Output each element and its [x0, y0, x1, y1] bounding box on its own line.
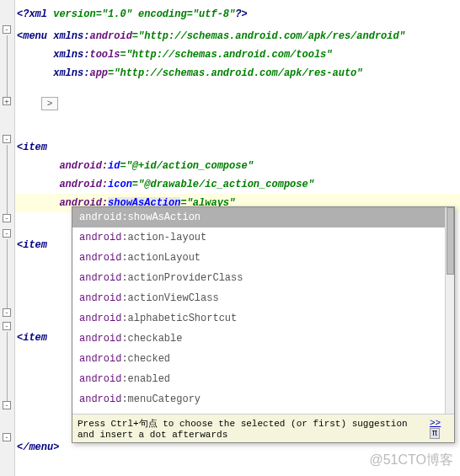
- code-area[interactable]: <?xml version="1.0" encoding="utf-8"?> <…: [15, 0, 460, 476]
- autocomplete-list: android:showAsAction android:action-layo…: [72, 207, 454, 414]
- scrollbar-thumb[interactable]: [447, 207, 454, 275]
- autocomplete-popup: android:showAsAction android:action-layo…: [72, 206, 455, 443]
- autocomplete-item[interactable]: android:action-layout: [72, 227, 454, 248]
- folded-region[interactable]: >: [41, 97, 59, 110]
- watermark: @51CTO博客: [369, 452, 453, 469]
- code-line: android:id="@+id/action_compose": [15, 157, 460, 175]
- fold-icon[interactable]: -: [3, 135, 11, 143]
- autocomplete-item[interactable]: android:actionProviderClass: [72, 268, 454, 288]
- fold-icon[interactable]: +: [3, 97, 11, 105]
- autocomplete-hint: Press Ctrl+句点 to choose the selected (or…: [72, 414, 454, 442]
- code-line: android:icon="@drawable/ic_action_compos…: [15, 175, 460, 194]
- fold-icon[interactable]: -: [3, 433, 11, 441]
- fold-icon[interactable]: -: [3, 401, 11, 409]
- autocomplete-item[interactable]: android:menuCategory: [72, 389, 454, 409]
- autocomplete-item[interactable]: android:checked: [72, 349, 454, 369]
- fold-icon[interactable]: -: [3, 214, 11, 222]
- autocomplete-item[interactable]: android:enabled: [72, 369, 454, 389]
- code-line: xmlns:app="http://schemas.android.com/ap…: [15, 64, 460, 83]
- pi-icon[interactable]: π: [430, 428, 440, 439]
- fold-icon[interactable]: -: [3, 229, 11, 238]
- code-line: [15, 83, 460, 94]
- hint-text: Press Ctrl+句点 to choose the selected (or…: [78, 417, 430, 440]
- autocomplete-item[interactable]: android:showAsAction: [72, 207, 454, 227]
- code-line: <?xml version="1.0" encoding="utf-8"?>: [15, 5, 460, 24]
- autocomplete-item[interactable]: android:actionViewClass: [72, 288, 454, 308]
- gutter: - + - - - - - - -: [0, 0, 15, 476]
- code-line: xmlns:tools="http://schemas.android.com/…: [15, 45, 460, 64]
- fold-icon[interactable]: -: [3, 322, 11, 330]
- fold-icon[interactable]: -: [3, 25, 11, 34]
- code-line: [15, 113, 460, 138]
- fold-icon[interactable]: -: [3, 308, 11, 317]
- code-editor: - + - - - - - - - <?xml version="1.0" en…: [0, 0, 460, 476]
- scrollbar[interactable]: [445, 207, 454, 414]
- autocomplete-item[interactable]: android:actionLayout: [72, 248, 454, 268]
- autocomplete-item[interactable]: android:numericShortcut: [72, 409, 454, 414]
- hint-link[interactable]: >>: [430, 418, 441, 428]
- autocomplete-item[interactable]: android:checkable: [72, 329, 454, 349]
- code-line: <menu xmlns:android="http://schemas.andr…: [15, 27, 460, 45]
- autocomplete-item[interactable]: android:alphabeticShortcut: [72, 308, 454, 329]
- code-line: <item: [15, 138, 460, 157]
- code-line: >: [15, 94, 460, 113]
